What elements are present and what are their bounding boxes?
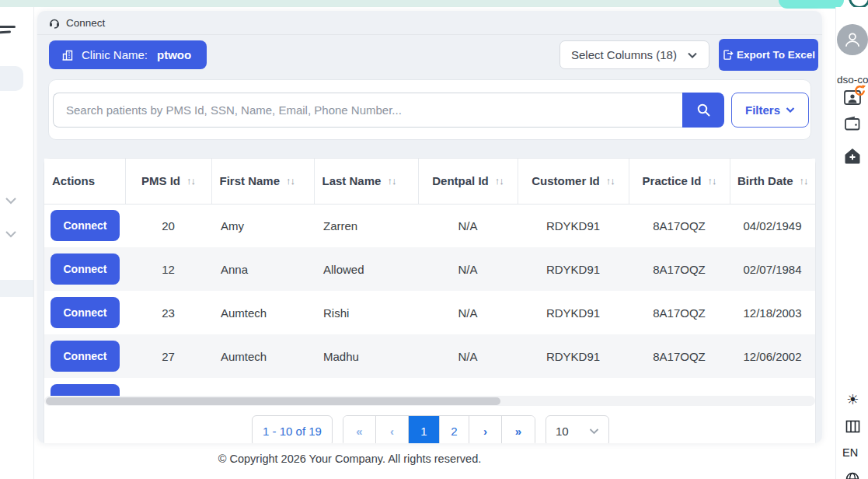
- column-header-actions: Actions: [44, 159, 125, 204]
- pagination-range: 1 - 10 of 19: [252, 415, 333, 443]
- sort-icon[interactable]: ↑↓: [495, 175, 504, 187]
- prev-page-button[interactable]: ‹: [376, 416, 409, 443]
- sidebar-item-highlight[interactable]: [0, 280, 34, 297]
- column-header-customer-id[interactable]: Customer Id↑↓: [518, 159, 629, 204]
- search-button[interactable]: [682, 93, 724, 128]
- select-columns-label: Select Columns (18): [571, 48, 677, 61]
- first-page-button[interactable]: «: [343, 416, 376, 443]
- export-file-icon: [722, 49, 734, 61]
- search-input[interactable]: [53, 93, 682, 128]
- table-row: Connect 20 Amy Zarren N/A RDYKD91 8A17OQ…: [44, 204, 815, 247]
- sidebar-active-item[interactable]: [0, 66, 23, 91]
- page: Connect Clinic Name: ptwoo Select Column…: [0, 0, 868, 479]
- column-header-birth-date[interactable]: Birth Date↑↓: [730, 159, 815, 204]
- sort-icon[interactable]: ↑↓: [707, 175, 716, 187]
- globe-icon[interactable]: [845, 472, 859, 479]
- search-icon: [696, 103, 711, 117]
- column-header-dentpal-id[interactable]: Dentpal Id↑↓: [418, 159, 518, 204]
- column-header-first-name[interactable]: First Name↑↓: [211, 159, 314, 204]
- main-panel: Connect Clinic Name: ptwoo Select Column…: [37, 11, 822, 443]
- next-page-button[interactable]: ›: [469, 416, 502, 443]
- chevron-down-icon[interactable]: [5, 229, 17, 239]
- home-plus-icon[interactable]: [843, 147, 862, 164]
- export-to-excel-button[interactable]: Export To Excel: [719, 39, 818, 71]
- scrollbar-thumb[interactable]: [46, 397, 500, 405]
- table-row: Connect 23 Aumtech Rishi N/A RDYKD91 8A1…: [44, 291, 815, 334]
- sun-icon[interactable]: ☀: [846, 391, 859, 408]
- top-header-bar: [0, 0, 810, 7]
- column-header-practice-id[interactable]: Practice Id↑↓: [629, 159, 730, 204]
- columns-layout-icon[interactable]: [845, 420, 860, 433]
- sort-icon[interactable]: ↑↓: [606, 175, 615, 187]
- right-sidebar: dso-coa ☀ EN: [835, 7, 868, 479]
- sort-icon[interactable]: ↑↓: [286, 175, 295, 187]
- page-size-select[interactable]: 10: [546, 415, 609, 443]
- table-row: Connect 12 Anna Allowed N/A RDYKD91 8A17…: [44, 247, 815, 291]
- export-label: Export To Excel: [737, 49, 815, 61]
- page-button-2[interactable]: 2: [440, 416, 469, 443]
- connect-button[interactable]: Connect: [51, 297, 120, 328]
- left-sidebar: [0, 7, 34, 479]
- filters-button[interactable]: Filters: [731, 93, 809, 128]
- chevron-down-icon: [687, 51, 698, 59]
- table-scroll-viewport: Actions PMS Id↑↓ First Name↑↓ Last Name↑…: [44, 159, 815, 406]
- chevron-down-icon: [786, 107, 795, 114]
- clinic-name-button[interactable]: Clinic Name: ptwoo: [49, 40, 207, 69]
- refresh-badge-icon[interactable]: [853, 84, 866, 97]
- select-columns-dropdown[interactable]: Select Columns (18): [559, 40, 709, 69]
- column-header-pms-id[interactable]: PMS Id↑↓: [125, 159, 211, 204]
- connect-button[interactable]: Connect: [51, 210, 120, 241]
- horizontal-scrollbar[interactable]: [44, 396, 815, 406]
- person-icon: [842, 30, 863, 50]
- sort-icon[interactable]: ↑↓: [387, 175, 396, 187]
- language-toggle[interactable]: EN: [842, 446, 858, 459]
- column-header-last-name[interactable]: Last Name↑↓: [314, 159, 418, 204]
- clinic-name-value: ptwoo: [157, 48, 191, 61]
- pagination: 1 - 10 of 19 « ‹ 1 2 › » 10: [44, 415, 817, 443]
- filters-label: Filters: [745, 103, 780, 117]
- page-button-1[interactable]: 1: [409, 416, 440, 443]
- connect-button[interactable]: Connect: [51, 341, 120, 372]
- clinic-building-icon: [61, 49, 74, 61]
- user-avatar[interactable]: [837, 24, 868, 55]
- table-header-row: Actions PMS Id↑↓ First Name↑↓ Last Name↑…: [44, 159, 815, 204]
- copyright-text: © Copyright 2026 Your Company. All right…: [0, 453, 699, 465]
- clinic-name-label: Clinic Name:: [82, 48, 148, 61]
- tab-bar: Connect: [37, 11, 822, 35]
- patients-table: Actions PMS Id↑↓ First Name↑↓ Last Name↑…: [44, 159, 815, 406]
- top-header-pill[interactable]: [779, 0, 844, 9]
- wallet-icon[interactable]: [844, 116, 862, 131]
- table-row: Connect 27 Aumtech Madhu N/A RDYKD91 8A1…: [44, 334, 815, 378]
- patients-table-panel: Actions PMS Id↑↓ First Name↑↓ Last Name↑…: [44, 158, 816, 443]
- pagination-controls: « ‹ 1 2 › »: [343, 415, 535, 443]
- chevron-down-icon[interactable]: [5, 196, 17, 205]
- connect-button[interactable]: Connect: [51, 253, 120, 285]
- search-panel: Filters: [48, 79, 811, 140]
- headset-icon: [48, 16, 61, 29]
- last-page-button[interactable]: »: [502, 416, 535, 443]
- sort-icon[interactable]: ↑↓: [800, 175, 808, 187]
- chevron-down-icon: [589, 428, 599, 435]
- page-size-value: 10: [556, 425, 569, 438]
- tab-connect[interactable]: Connect: [66, 17, 105, 29]
- sort-icon[interactable]: ↑↓: [186, 175, 195, 187]
